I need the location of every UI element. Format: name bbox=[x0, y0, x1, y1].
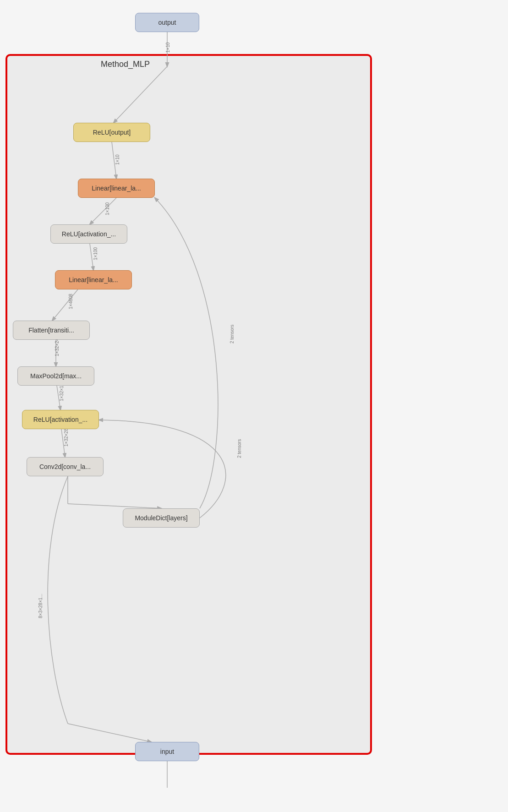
node-relu-act[interactable]: ReLU[activation_... bbox=[50, 224, 127, 244]
node-linear-la2[interactable]: Linear[linear_la... bbox=[55, 270, 132, 289]
node-input[interactable]: input bbox=[135, 742, 199, 761]
method-mlp-label: Method_MLP bbox=[101, 60, 150, 69]
diagram-container: Method_MLP 1×10 1×10 1×100 1×100 1×4608 … bbox=[0, 0, 508, 812]
node-conv2d[interactable]: Conv2d[conv_la... bbox=[27, 457, 104, 476]
node-flatten[interactable]: Flatten[transiti... bbox=[13, 321, 90, 340]
node-linear-la1[interactable]: Linear[linear_la... bbox=[78, 179, 155, 198]
node-maxpool[interactable]: MaxPool2d[max... bbox=[17, 366, 94, 386]
node-moduledict[interactable]: ModuleDict[layers] bbox=[123, 508, 200, 528]
node-relu-output[interactable]: ReLU[output] bbox=[73, 123, 150, 142]
node-relu-act2[interactable]: ReLU[activation_... bbox=[22, 410, 99, 429]
node-output[interactable]: output bbox=[135, 13, 199, 32]
method-mlp-box bbox=[5, 54, 372, 755]
